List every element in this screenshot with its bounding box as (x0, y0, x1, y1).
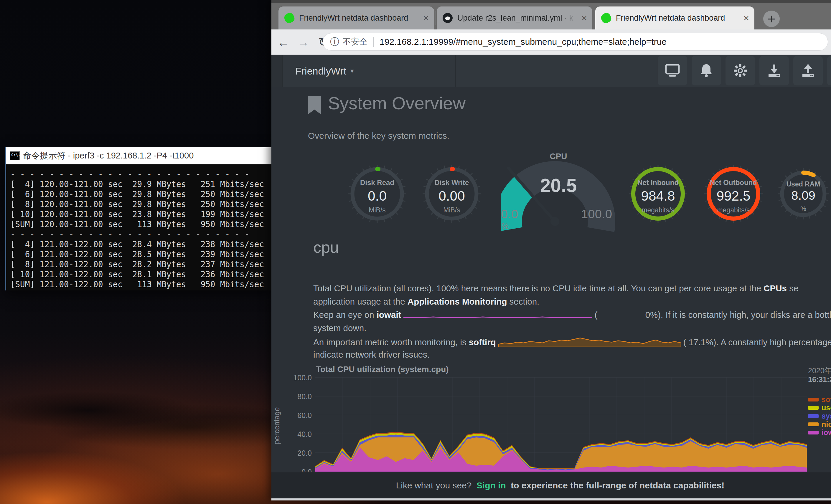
forward-button[interactable]: → (295, 35, 311, 50)
window-frame-edge (271, 0, 831, 3)
chart-title: Total CPU utilization (system.cpu) (316, 365, 449, 374)
host-dropdown[interactable]: FriendlyWrt ▾ (295, 55, 354, 87)
gauge-value: 0.0 (347, 188, 407, 204)
terminal-line: [ 6] 120.00-121.00 sec 29.8 MBytes 250 M… (10, 189, 272, 199)
legend-item-user[interactable]: user (808, 404, 831, 412)
gauge-disk-read[interactable]: Disk Read 0.0 MiB/s (347, 164, 407, 243)
new-tab-button[interactable]: + (763, 10, 780, 27)
signin-text: Like what you see? Sign in to experience… (396, 480, 725, 491)
legend-swatch (808, 431, 819, 435)
softirq-label: softirq (469, 337, 496, 347)
legend-swatch (808, 398, 819, 402)
applications-monitoring-link[interactable]: Applications Monitoring (407, 297, 507, 306)
help-button-partial[interactable] (827, 56, 831, 85)
terminal-line: [ 4] 121.00-122.00 sec 28.4 MBytes 238 M… (10, 239, 272, 249)
text: ). If it is constantly high, your disks … (658, 310, 831, 320)
terminal-titlebar[interactable]: C:\. 命令提示符 - iperf3 -c 192.168.1.2 -P4 -… (6, 147, 272, 165)
netdata-favicon (601, 12, 611, 23)
legend-label: iowait (822, 428, 831, 437)
terminal-line: - - - - - - - - - - - - - - - - - - - - … (10, 229, 272, 239)
text: se (787, 284, 798, 293)
chart-y-axis-label: percentage (273, 396, 281, 455)
chevron-down-icon: ▾ (350, 67, 354, 75)
cmd-icon: C:\. (10, 151, 20, 160)
text: An important metric worth monitoring, is (313, 337, 469, 347)
iowait-sparkline (403, 315, 592, 319)
legend-item-iowait[interactable]: iowait (808, 428, 831, 437)
legend-item-system[interactable]: system (808, 412, 831, 420)
paragraph-line: Total CPU utilization (all cores). 100% … (313, 284, 798, 293)
export-snapshot-button[interactable] (793, 56, 823, 85)
gauge-disk-write[interactable]: Disk Write 0.00 MiB/s (422, 164, 482, 243)
text: ( (594, 310, 597, 320)
terminal-line: [ 6] 121.00-122.00 sec 28.5 MBytes 239 M… (10, 249, 272, 259)
tab-netdata-1[interactable]: FriendlyWrt netdata dashboard × (279, 6, 434, 29)
alarms-button[interactable] (692, 56, 721, 85)
tab-github[interactable]: Update r2s_lean_minimal.yml · k × (437, 6, 592, 29)
gauge-value: 992.5 (704, 188, 764, 204)
text: ). A constantly high percentage (713, 337, 831, 347)
url-text[interactable]: 192.168.2.1:19999/#menu_system_submenu_c… (379, 37, 666, 47)
gauge-value: 984.8 (628, 188, 688, 204)
cpu-section-heading: cpu (313, 238, 339, 256)
legend-item-softirq[interactable]: softirq (808, 395, 831, 404)
address-bar[interactable]: ⓘ 不安全 192.168.2.1:19999/#menu_system_sub… (323, 33, 828, 51)
gear-icon (733, 64, 747, 78)
y-tick: 60.0 (279, 411, 312, 420)
browser-window-bottom-edge (271, 498, 831, 501)
cpu-utilization-chart[interactable] (315, 377, 807, 472)
cpus-link[interactable]: CPUs (764, 284, 787, 293)
legend-item-nice[interactable]: nice (808, 420, 831, 428)
back-button[interactable]: ← (276, 35, 291, 50)
legend-label: nice (822, 420, 831, 428)
settings-button[interactable] (725, 56, 755, 85)
sign-in-link[interactable]: Sign in (477, 480, 506, 490)
text: to experience the full-range of netdata … (511, 480, 724, 490)
terminal-line: [ 4] 120.00-121.00 sec 29.9 MBytes 251 M… (10, 179, 272, 189)
terminal-line: [ 8] 120.00-121.00 sec 29.8 MBytes 250 M… (10, 199, 272, 209)
tab-close-icon[interactable]: × (743, 13, 749, 23)
site-info-icon[interactable]: ⓘ (330, 36, 339, 48)
gauge-value: 20.5 (501, 175, 616, 197)
iowait-label: iowait (377, 310, 401, 320)
import-snapshot-button[interactable] (760, 56, 789, 85)
terminal-line: - - - - - - - - - - - - - - - - - - - - … (10, 169, 272, 179)
paragraph-line: system down. (313, 323, 366, 333)
tab-title: Update r2s_lean_minimal.yml · k (457, 13, 578, 23)
gauge-cpu[interactable]: CPU 20.5 0.0 100.0 % (501, 152, 616, 237)
gauge-net-outbound[interactable]: Net Outbound 992.5 megabits/s (704, 164, 764, 243)
text: section. (507, 297, 539, 306)
paragraph-line: indicate network driver issues. (313, 350, 430, 360)
tab-title: FriendlyWrt netdata dashboard (299, 13, 420, 23)
legend-label: softirq (822, 395, 831, 404)
github-favicon (442, 13, 453, 23)
text: Total CPU utilization (all cores). 100% … (313, 284, 764, 293)
gauge-unit: % (777, 205, 830, 213)
gauge-unit: MiB/s (347, 206, 407, 214)
upload-icon (801, 64, 815, 78)
tab-close-icon[interactable]: × (581, 13, 587, 23)
gauge-used-ram[interactable]: Used RAM 8.09 % (777, 167, 830, 238)
host-name: FriendlyWrt (295, 65, 346, 77)
softirq-sparkline (498, 336, 681, 347)
legend-label: user (822, 404, 831, 412)
gauge-unit: MiB/s (422, 206, 482, 214)
security-label: 不安全 (343, 36, 368, 48)
gauge-label: Net Outbound (704, 178, 764, 187)
nodes-view-button[interactable] (658, 56, 687, 85)
text: application usage at the (313, 297, 407, 306)
y-tick: 100.0 (279, 374, 312, 382)
tab-netdata-2-active[interactable]: FriendlyWrt netdata dashboard × (595, 6, 754, 29)
section-heading: System Overview (308, 94, 466, 114)
gauge-label: Disk Read (347, 178, 407, 187)
bookmark-icon (308, 96, 321, 114)
gauge-unit: megabits/s (704, 206, 764, 214)
terminal-title: 命令提示符 - iperf3 -c 192.168.1.2 -P4 -t1000 (23, 150, 194, 162)
header-divider (455, 55, 456, 87)
gauge-net-inbound[interactable]: Net Inbound 984.8 megabits/s (628, 164, 688, 243)
download-icon (767, 64, 781, 78)
gauge-value: 8.09 (777, 188, 830, 203)
paragraph-line: An important metric worth monitoring, is… (313, 336, 831, 347)
browser-toolbar: ← → ↻ ⓘ 不安全 192.168.2.1:19999/#menu_syst… (271, 29, 831, 55)
tab-close-icon[interactable]: × (423, 13, 429, 23)
